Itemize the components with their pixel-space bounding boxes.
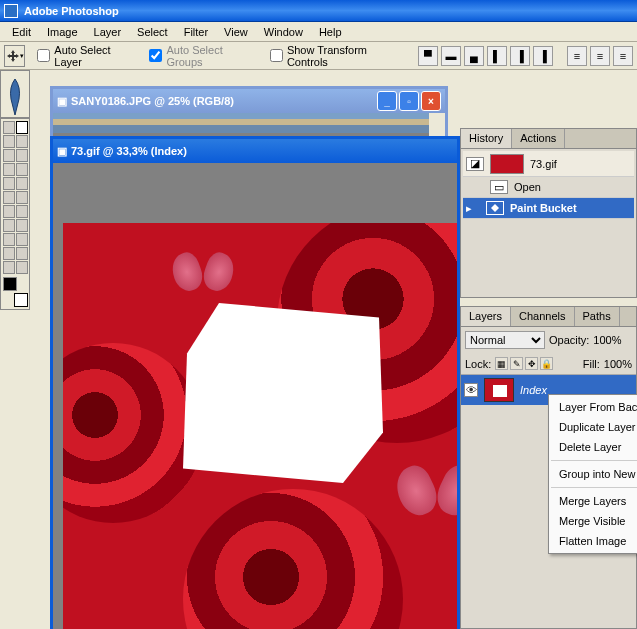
align-bottom-icon[interactable]: ▄ [464, 46, 484, 66]
fill-value[interactable]: 100% [604, 358, 632, 370]
menu-delete-layer[interactable]: Delete Layer [549, 437, 637, 457]
notes-tool[interactable] [3, 247, 15, 260]
lasso-tool[interactable] [3, 135, 15, 148]
gradient-tool[interactable] [16, 191, 28, 204]
menu-help[interactable]: Help [311, 24, 350, 40]
color-swatches[interactable] [3, 277, 28, 307]
menu-filter[interactable]: Filter [176, 24, 216, 40]
painted-white-area [183, 303, 383, 483]
menu-image[interactable]: Image [39, 24, 86, 40]
opacity-value[interactable]: 100% [593, 334, 621, 346]
layer-name[interactable]: Index [520, 384, 547, 396]
show-transform-controls-checkbox[interactable]: Show Transform Controls [270, 44, 406, 68]
menu-merge-layers[interactable]: Merge Layers [549, 491, 637, 511]
menu-view[interactable]: View [216, 24, 256, 40]
close-button[interactable]: × [421, 91, 441, 111]
heal-tool[interactable] [3, 163, 15, 176]
history-brush-tool[interactable] [16, 177, 28, 190]
document-icon: ▣ [57, 95, 67, 108]
auto-select-layer-input[interactable] [37, 49, 50, 62]
crop-tool[interactable] [3, 149, 15, 162]
app-titlebar: Adobe Photoshop [0, 0, 637, 22]
lock-all-icon[interactable]: 🔒 [540, 357, 553, 370]
document-window-front[interactable]: ▣ 73.gif @ 33,3% (Index) [50, 136, 460, 629]
menu-layer-from-background[interactable]: Layer From Background [549, 397, 637, 417]
app-icon [4, 4, 18, 18]
shape-tool[interactable] [16, 233, 28, 246]
history-source-thumb [490, 154, 524, 174]
lock-transparency-icon[interactable]: ▦ [495, 357, 508, 370]
eraser-tool[interactable] [3, 191, 15, 204]
align-hcenter-icon[interactable]: ▐ [510, 46, 530, 66]
align-vcenter-icon[interactable]: ▬ [441, 46, 461, 66]
current-tool-indicator[interactable]: ▾ [4, 45, 25, 67]
lock-position-icon[interactable]: ✥ [525, 357, 538, 370]
tab-history[interactable]: History [461, 129, 512, 148]
menu-duplicate-layer[interactable]: Duplicate Layer [549, 417, 637, 437]
zoom-tool[interactable] [16, 261, 28, 274]
type-tool[interactable] [16, 219, 28, 232]
distribute-2-icon[interactable]: ≡ [590, 46, 610, 66]
toolbox [0, 118, 30, 310]
menu-separator [551, 487, 637, 488]
document-title-back: SANY0186.JPG @ 25% (RGB/8) [71, 95, 234, 107]
butterfly-2 [398, 466, 457, 525]
lock-image-icon[interactable]: ✎ [510, 357, 523, 370]
options-bar: ▾ Auto Select Layer Auto Select Groups S… [0, 42, 637, 70]
eyedropper-tool[interactable] [16, 247, 28, 260]
align-right-icon[interactable]: ▐ [533, 46, 553, 66]
tab-layers[interactable]: Layers [461, 307, 511, 326]
maximize-button[interactable]: ▫ [399, 91, 419, 111]
wand-tool[interactable] [16, 135, 28, 148]
hand-tool[interactable] [3, 261, 15, 274]
tab-paths[interactable]: Paths [575, 307, 620, 326]
move-tool[interactable] [16, 121, 28, 134]
slice-tool[interactable] [16, 149, 28, 162]
auto-select-groups-input[interactable] [149, 49, 162, 62]
align-left-icon[interactable]: ▌ [487, 46, 507, 66]
history-panel-tabs: History Actions [461, 129, 636, 149]
dodge-tool[interactable] [16, 205, 28, 218]
layer-thumbnail[interactable] [484, 378, 514, 402]
document-canvas-front[interactable] [53, 163, 457, 629]
fill-label: Fill: [583, 358, 600, 370]
visibility-toggle-icon[interactable]: 👁 [464, 383, 478, 397]
vertical-scrollbar[interactable] [429, 113, 445, 137]
layers-options-row1: Normal Opacity: 100% [461, 327, 636, 353]
marquee-tool[interactable] [3, 121, 15, 134]
minimize-button[interactable]: _ [377, 91, 397, 111]
blur-tool[interactable] [3, 205, 15, 218]
menu-edit[interactable]: Edit [4, 24, 39, 40]
path-tool[interactable] [3, 219, 15, 232]
document-titlebar-front[interactable]: ▣ 73.gif @ 33,3% (Index) [53, 139, 457, 163]
menu-group-into-new[interactable]: Group into New [549, 464, 637, 484]
history-state-paint-bucket[interactable]: ▸ Paint Bucket [463, 198, 634, 219]
tab-actions[interactable]: Actions [512, 129, 565, 148]
history-source-row[interactable]: ◪ 73.gif [463, 151, 634, 177]
auto-select-groups-checkbox[interactable]: Auto Select Groups [149, 44, 257, 68]
menu-window[interactable]: Window [256, 24, 311, 40]
toolbox-header [0, 70, 30, 118]
align-top-icon[interactable]: ▀ [418, 46, 438, 66]
menu-layer[interactable]: Layer [86, 24, 130, 40]
tab-channels[interactable]: Channels [511, 307, 574, 326]
stamp-tool[interactable] [3, 177, 15, 190]
menu-merge-visible[interactable]: Merge Visible [549, 511, 637, 531]
paint-bucket-icon [486, 201, 504, 215]
foreground-color-swatch[interactable] [3, 277, 17, 291]
history-state-open[interactable]: ▭ Open [463, 177, 634, 198]
show-transform-input[interactable] [270, 49, 283, 62]
distribute-3-icon[interactable]: ≡ [613, 46, 633, 66]
menu-flatten-image[interactable]: Flatten Image [549, 531, 637, 551]
document-window-back[interactable]: ▣ SANY0186.JPG @ 25% (RGB/8) _ ▫ × [50, 86, 448, 136]
align-buttons: ▀ ▬ ▄ ▌ ▐ ▐ ≡ ≡ ≡ [418, 46, 633, 66]
blend-mode-select[interactable]: Normal [465, 331, 545, 349]
document-titlebar-back[interactable]: ▣ SANY0186.JPG @ 25% (RGB/8) _ ▫ × [53, 89, 445, 113]
document-title-front: 73.gif @ 33,3% (Index) [71, 145, 187, 157]
auto-select-layer-checkbox[interactable]: Auto Select Layer [37, 44, 137, 68]
brush-tool[interactable] [16, 163, 28, 176]
background-color-swatch[interactable] [14, 293, 28, 307]
distribute-1-icon[interactable]: ≡ [567, 46, 587, 66]
menu-select[interactable]: Select [129, 24, 176, 40]
pen-tool[interactable] [3, 233, 15, 246]
